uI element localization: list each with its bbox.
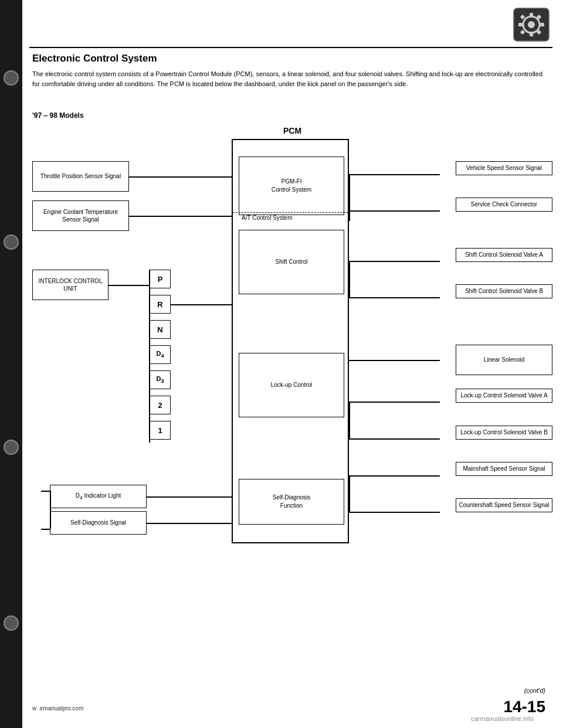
model-label: '97 – 98 Models [32,111,84,120]
service-check-label: Service Check Connector [471,200,537,209]
footer-page: 14-15 [503,698,545,716]
service-check-box: Service Check Connector [456,198,552,212]
vehicle-speed-label: Vehicle Speed Sensor Signal [466,164,542,172]
interlock-p-line [108,285,150,286]
linear-solenoid-box: Linear Solenoid [456,345,552,375]
engine-coolant-line [129,216,232,217]
svg-rect-6 [540,23,544,26]
shift-control-label: Shift Control [275,258,307,266]
lockup-valve-b-line [349,438,440,440]
self-diag-sig-box: Self-Diagnosis Signal [50,511,147,535]
throttle-label: Throttle Position Sensor Signal [40,172,121,181]
engine-coolant-label: Engine Coolant Temperature Sensor Signal [35,208,126,224]
footer-website: w .emanualpro.com [32,705,83,712]
pcm-fi-box: PGM-FIControl System [239,157,344,215]
shift-valve-a-label: Shift Control Solenoid Valve A [465,251,543,259]
shift-valve-b-line [349,297,440,298]
gear-n-label: N [157,325,162,334]
countershaft-speed-label: Countershaft Speed Sensor Signal [459,501,550,509]
shift-valve-b-box: Shift Control Solenoid Valve B [456,284,552,298]
binding-circle-2 [4,234,19,250]
d4-indicator-line [147,496,232,498]
gear-r-label: R [157,300,162,309]
binding-circle-1 [4,70,19,86]
linear-solenoid-label: Linear Solenoid [484,356,525,364]
gear-d3: D3 [150,370,171,389]
vehicle-speed-box: Vehicle Speed Sensor Signal [456,161,552,175]
mainshaft-speed-line [349,475,440,477]
interlock-label: INTERLOCK CONTROL UNIT [35,277,106,293]
service-check-line [349,210,440,212]
lockup-valve-b-label: Lock-up Control Solenoid Valve B [460,428,548,437]
gear-n: N [150,320,171,339]
top-rule [29,47,552,48]
lockup-control-label: Lock-up Control [271,381,313,389]
self-diag-label: Self-DiagnosisFunction [273,494,310,510]
gear-2: 2 [150,396,171,414]
mainshaft-speed-box: Mainshaft Speed Sensor Signal [456,462,552,476]
lockup-valve-a-label: Lock-up Control Solenoid Valve A [460,392,547,400]
d4-indicator-label: D4 Indicator Light [76,492,121,501]
svg-rect-5 [518,23,523,26]
shift-right-vert [349,261,350,297]
countershaft-speed-box: Countershaft Speed Sensor Signal [456,498,552,512]
shift-valve-a-line [349,261,440,262]
throttle-box: Throttle Position Sensor Signal [32,161,129,192]
lockup-control-box: Lock-up Control [239,353,344,417]
gear-p-label: P [158,275,163,284]
throttle-line [129,176,232,178]
left-bracket-h2 [41,529,50,530]
mainshaft-speed-label: Mainshaft Speed Sensor Signal [463,465,545,473]
diagram-container: PCM PGM-FIControl System A/T Control Sys… [32,126,552,613]
lockup-right-vert [349,402,350,438]
pcm-label: PCM [283,126,301,135]
page-title: Electronic Control System [32,53,157,64]
gear-r: R [150,295,171,314]
left-bracket-v [50,491,51,529]
gear-r-line [171,304,232,305]
self-diag-sig-label: Self-Diagnosis Signal [70,519,126,527]
countershaft-speed-line [349,512,440,513]
interlock-box: INTERLOCK CONTROL UNIT [32,270,108,300]
left-bracket-h1 [41,491,50,492]
right-vert-selfdiag [349,475,350,512]
gear-vert-line-left [149,270,150,443]
pcm-fi-label: PGM-FIControl System [272,178,311,194]
linear-solenoid-line [349,360,440,361]
binding-strip [0,0,22,728]
gear-p: P [150,270,171,288]
shift-valve-a-box: Shift Control Solenoid Valve A [456,248,552,262]
lockup-valve-a-box: Lock-up Control Solenoid Valve A [456,389,552,403]
vehicle-speed-line [349,174,440,175]
self-diag-sig-line [147,523,232,524]
binding-circle-3 [4,440,19,455]
svg-point-2 [528,21,535,28]
binding-circle-4 [4,615,19,631]
footer-contd: (cont'd) [524,687,545,694]
at-control-label: A/T Control System [242,215,293,221]
logo-area [513,7,552,42]
gear-2-label: 2 [158,401,162,410]
d4-indicator-box: D4 Indicator Light [50,485,147,508]
gear-d4: D4 [150,345,171,364]
watermark-text: carmanualsonline.info [471,715,534,722]
engine-coolant-box: Engine Coolant Temperature Sensor Signal [32,200,129,231]
logo-icon [513,7,550,42]
shift-control-box: Shift Control [239,230,344,294]
dashed-separator [233,212,348,213]
lockup-valve-a-line [349,402,440,403]
lockup-valve-b-box: Lock-up Control Solenoid Valve B [456,426,552,440]
svg-rect-4 [530,32,533,36]
svg-rect-3 [530,13,533,18]
intro-text: The electronic control system consists o… [32,69,545,89]
self-diag-box: Self-DiagnosisFunction [239,479,344,525]
gear-d4-label: D4 [156,350,164,359]
gear-d3-label: D3 [156,375,164,384]
right-vert-top [349,174,350,221]
pcm-box: PGM-FIControl System A/T Control System … [232,139,349,543]
gear-1: 1 [150,421,171,440]
shift-valve-b-label: Shift Control Solenoid Valve B [465,287,543,295]
gear-1-label: 1 [158,426,162,435]
